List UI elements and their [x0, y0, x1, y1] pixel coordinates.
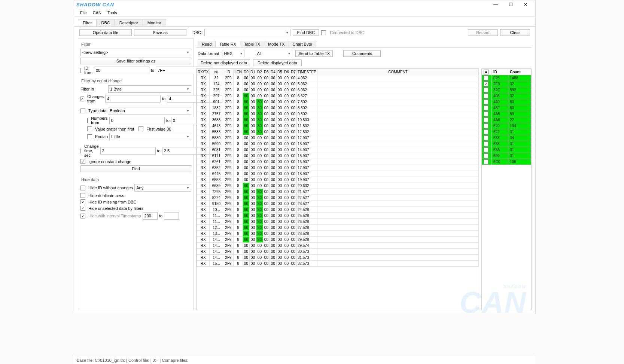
numbers-from-input[interactable] [109, 117, 165, 124]
tab-monitor[interactable]: Monitor [143, 19, 166, 26]
table-row[interactable]: RX36882F98800080000000000010.503 [197, 117, 479, 123]
table-row[interactable]: RX55332F98800080000000000012.502 [197, 129, 479, 135]
table-row[interactable]: RX66392F98800000000000000020.602 [197, 183, 479, 189]
side-row-checkbox[interactable] [484, 141, 488, 146]
side-row[interactable]: 620104 [482, 123, 531, 129]
side-row[interactable]: 32C592 [482, 87, 531, 93]
table-row[interactable]: RX72952F98800080000000000021.527 [197, 189, 479, 195]
side-row-checkbox[interactable] [484, 111, 488, 116]
side-row[interactable]: 44060 [482, 99, 531, 105]
send-tx-button[interactable]: Send to Table TX [295, 50, 333, 57]
side-row-checkbox[interactable] [484, 153, 488, 158]
saveas-button[interactable]: Save as [134, 29, 186, 36]
table-row[interactable]: RX64452F98000000000000000018.907 [197, 171, 479, 177]
table-row[interactable]: RX14...2F98000000000000000031.573 [197, 255, 479, 261]
minimize-button[interactable]: — [488, 0, 503, 9]
table-row[interactable]: RX60812F98000000000000000014.907 [197, 147, 479, 153]
comments-button[interactable]: Comments [343, 50, 381, 57]
first-value-checkbox[interactable] [139, 126, 143, 131]
menu-can[interactable]: CAN [90, 10, 104, 16]
side-row[interactable]: 6C0106 [482, 159, 531, 165]
ignore-constant-checkbox[interactable]: ✓ [80, 159, 85, 164]
save-settings-button[interactable]: Save filter settings as [80, 58, 191, 64]
table-row[interactable]: RX9012F9880008000000000007.502 [197, 99, 479, 105]
main-table[interactable]: RX/TX№IDLEND0D1D2D3D4D5D6D7TIMESTEPCOMME… [196, 68, 479, 310]
table-row[interactable]: RX2252F9800000000000000006.062 [197, 87, 479, 93]
record-button[interactable]: Record [468, 29, 498, 36]
hide-unsel-checkbox[interactable]: ✓ [80, 206, 85, 211]
table-row[interactable]: RX12...2F98800080000000000027.528 [197, 225, 479, 231]
type-data-checkbox[interactable] [80, 108, 85, 113]
maximize-button[interactable]: ☐ [503, 0, 518, 9]
side-row[interactable]: 63A31 [482, 147, 531, 153]
subtab-table-tx[interactable]: Table TX [240, 41, 264, 47]
table-row[interactable]: RX62612F98000000000000000016.907 [197, 159, 479, 165]
menu-file[interactable]: File [77, 10, 90, 16]
side-row[interactable]: 4A622 [482, 117, 531, 123]
table-row[interactable]: RX61712F98000000000000000015.907 [197, 153, 479, 159]
connected-checkbox[interactable] [321, 30, 326, 35]
table-row[interactable]: RX2972F9880000000000000006.627 [197, 93, 479, 99]
hide-dup-checkbox[interactable] [80, 193, 85, 198]
numbers-from-checkbox[interactable] [87, 118, 88, 123]
find-button[interactable]: Find [80, 165, 191, 172]
hide-wo-changes-select[interactable]: Any▼ [134, 184, 191, 192]
side-row[interactable]: 0251488 [482, 75, 531, 81]
side-row-checkbox[interactable] [484, 117, 488, 122]
table-row[interactable]: RX63522F98000000000000000017.907 [197, 165, 479, 171]
table-row[interactable]: RX65532F98000000000000000019.907 [197, 177, 479, 183]
table-row[interactable]: RX14...2F98800080000000000029.528 [197, 237, 479, 243]
filter-setting-select[interactable]: <new setting>▼ [80, 49, 191, 56]
id-from-checkbox[interactable] [80, 68, 81, 73]
tab-dbc[interactable]: DBC [96, 19, 115, 26]
change-time-checkbox[interactable] [80, 149, 81, 153]
id-from-input[interactable] [94, 67, 149, 74]
hide-interval-to-input[interactable] [164, 212, 179, 220]
table-row[interactable]: RX1242F9800000000000000005.062 [197, 81, 479, 87]
change-time-from-input[interactable] [100, 147, 156, 155]
side-row-checkbox[interactable] [484, 159, 488, 164]
side-row[interactable]: 62231 [482, 129, 531, 135]
all-select[interactable]: All▼ [255, 50, 292, 57]
dbc-select[interactable]: ▼ [204, 29, 290, 36]
table-row[interactable]: RX11...2F98800080000000000025.528 [197, 213, 479, 219]
side-row-checkbox[interactable] [484, 100, 488, 104]
endian-checkbox[interactable] [87, 134, 92, 139]
side-row-checkbox[interactable] [484, 105, 488, 110]
del-disp-button[interactable]: Delete displayed data [253, 59, 302, 66]
subtab-read[interactable]: Read [198, 41, 216, 47]
table-row[interactable]: RX14...2F98000000000000000030.573 [197, 249, 479, 255]
side-row-checkbox[interactable] [484, 129, 488, 134]
tab-descriptor[interactable]: Descriptor [115, 19, 143, 26]
table-row[interactable]: RX10...2F98800080000000000024.528 [197, 207, 479, 213]
subtab-mode-tx[interactable]: Mode TX [264, 41, 289, 47]
side-row-checkbox[interactable] [484, 147, 488, 152]
table-row[interactable]: RX46132F98800080000000000011.502 [197, 123, 479, 129]
table-row[interactable]: RX18322F9880008000000000008.502 [197, 105, 479, 111]
side-row-checkbox[interactable] [484, 135, 488, 140]
close-button[interactable]: ✕ [518, 0, 533, 9]
table-row[interactable]: RX58802F98000000000000000012.907 [197, 135, 479, 141]
subtab-table-rx[interactable]: Table RX [215, 41, 240, 47]
hide-wo-changes-checkbox[interactable] [80, 186, 85, 190]
menu-tools[interactable]: Tools [104, 10, 120, 16]
table-row[interactable]: RX82242F98800080000000000022.527 [197, 195, 479, 201]
filter-in-select[interactable]: 1 Byte▼ [108, 85, 191, 93]
table-row[interactable]: RX13...2F98800080000000000028.528 [197, 231, 479, 237]
side-row[interactable]: 4A559 [482, 111, 531, 117]
open-file-button[interactable]: Open data file [79, 29, 132, 36]
table-row[interactable]: RX11...2F98800080000000000026.528 [197, 219, 479, 225]
side-row[interactable]: 69931 [482, 153, 531, 159]
side-row-checkbox[interactable] [484, 94, 488, 98]
table-row[interactable]: RX14...2F98000000000000000029.574 [197, 243, 479, 249]
side-row-checkbox[interactable]: ✓ [484, 82, 488, 86]
hide-interval-checkbox[interactable]: ✓ [80, 214, 85, 218]
table-row[interactable]: RX322F9800000000000000004.062 [197, 75, 479, 81]
side-row-checkbox[interactable] [484, 88, 488, 92]
table-row[interactable]: RX27572F9880008000000000009.502 [197, 111, 479, 117]
clear-button[interactable]: Clear [500, 29, 530, 36]
value-greater-checkbox[interactable] [87, 126, 92, 131]
table-row[interactable]: RX91502F98800080000000000023.527 [197, 201, 479, 207]
side-row[interactable]: 40832 [482, 93, 531, 99]
endian-select[interactable]: Little▼ [109, 133, 191, 140]
